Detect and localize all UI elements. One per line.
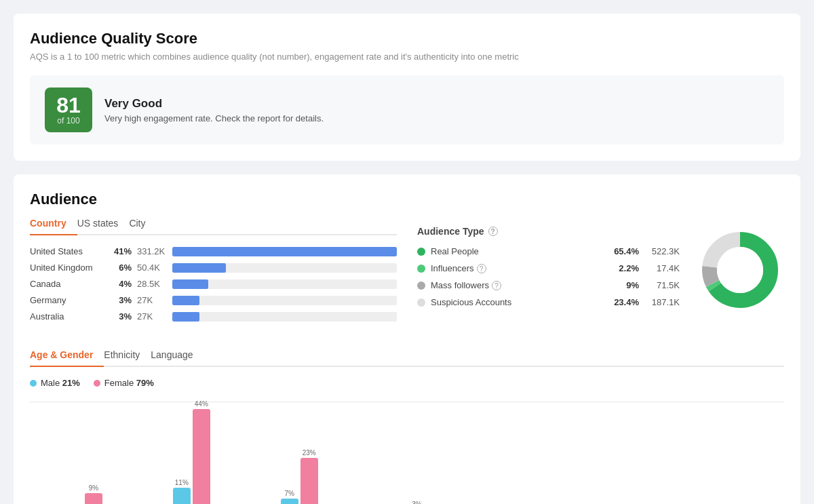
country-pct: 4% bbox=[110, 279, 132, 289]
female-bar-pct: 9% bbox=[89, 484, 98, 492]
female-bar bbox=[85, 493, 102, 504]
legend-dot bbox=[417, 265, 425, 273]
country-bar-fill bbox=[172, 279, 208, 289]
score-number: 81 bbox=[54, 94, 83, 116]
age-group-col: 0.03% 0.05% 55–64 bbox=[568, 409, 676, 504]
female-dot bbox=[94, 380, 100, 387]
tab-age-gender[interactable]: Age & Gender bbox=[30, 344, 104, 367]
male-bar-wrap: 11% bbox=[173, 479, 191, 504]
age-group-col: 2% 9% 13–17 bbox=[30, 409, 138, 504]
country-name: Germany bbox=[30, 295, 104, 305]
country-bar-wrap bbox=[172, 247, 397, 256]
legend-count: 17.4K bbox=[644, 263, 680, 273]
country-pct: 6% bbox=[110, 263, 132, 273]
age-tab-bar: Age & Gender Ethnicity Language bbox=[30, 344, 784, 367]
country-pct: 3% bbox=[110, 311, 132, 322]
age-group-col: 0.3% 0.46% 45–54 bbox=[461, 409, 568, 504]
female-label: Female 79% bbox=[104, 378, 154, 388]
male-label: Male 21% bbox=[41, 378, 80, 388]
svg-point-4 bbox=[717, 247, 763, 293]
aqs-title: Audience Quality Score bbox=[30, 30, 784, 47]
legend-pct: 9% bbox=[610, 280, 639, 290]
country-bar-fill bbox=[172, 263, 226, 273]
score-of: of 100 bbox=[54, 116, 83, 125]
legend-row: Influencers? 2.2% 17.4K bbox=[417, 263, 680, 273]
male-legend: Male 21% bbox=[30, 378, 80, 388]
female-bar bbox=[193, 409, 210, 504]
country-val: 331.2K bbox=[137, 246, 167, 256]
country-name: Canada bbox=[30, 279, 104, 289]
tab-country[interactable]: Country bbox=[30, 212, 77, 235]
legend-row: Real People 65.4% 522.3K bbox=[417, 246, 680, 256]
donut-chart bbox=[696, 226, 784, 314]
legend-row: Suspicious Accounts 23.4% 187.1K bbox=[417, 297, 680, 307]
country-bar-wrap bbox=[172, 263, 397, 273]
age-group-col: 11% 44% 18–24 bbox=[138, 409, 246, 504]
aqs-subtitle: AQS is a 1 to 100 metric which combines … bbox=[30, 52, 784, 62]
country-row: United States 41% 331.2K bbox=[30, 246, 397, 256]
audience-type-block: Audience Type ? Real People 65.4% 522.3K… bbox=[417, 212, 784, 328]
female-legend: Female 79% bbox=[94, 378, 154, 388]
tab-city[interactable]: City bbox=[129, 212, 156, 235]
legend-pct: 23.4% bbox=[610, 297, 639, 307]
age-bars-row: 0.3% 0.46% bbox=[495, 409, 534, 504]
age-bars-row: 0.03% 0% bbox=[711, 409, 750, 504]
country-row: Australia 3% 27K bbox=[30, 311, 397, 322]
legend-count: 71.5K bbox=[644, 280, 680, 290]
legend-name: Mass followers? bbox=[431, 280, 605, 290]
female-bar-wrap: 3% bbox=[408, 501, 426, 504]
female-bar-pct: 3% bbox=[412, 501, 421, 504]
country-val: 27K bbox=[137, 295, 167, 305]
legend-row: Mass followers? 9% 71.5K bbox=[417, 280, 680, 290]
country-pct: 3% bbox=[110, 295, 132, 305]
country-tab-bar: Country US states City bbox=[30, 212, 397, 235]
female-bar bbox=[301, 458, 318, 504]
gender-legend: Male 21% Female 79% bbox=[30, 378, 784, 388]
male-bar-pct: 7% bbox=[284, 490, 294, 497]
country-row: Germany 3% 27K bbox=[30, 295, 397, 305]
country-bar-wrap bbox=[172, 312, 397, 322]
tab-ethnicity[interactable]: Ethnicity bbox=[104, 344, 151, 367]
age-bars-row: 1% 3% bbox=[389, 409, 426, 504]
male-bar bbox=[281, 499, 298, 504]
legend-name: Real People bbox=[431, 246, 605, 256]
country-bar-fill bbox=[172, 312, 199, 322]
country-list: United States 41% 331.2K United Kingdom … bbox=[30, 246, 397, 322]
legend-help-icon[interactable]: ? bbox=[477, 264, 486, 273]
age-group-col: 7% 23% 25–34 bbox=[246, 409, 353, 504]
tab-us-states[interactable]: US states bbox=[77, 212, 130, 235]
tab-language[interactable]: Language bbox=[151, 344, 204, 367]
score-block: 81 of 100 Very Good Very high engagement… bbox=[30, 75, 784, 144]
age-bars-row: 11% 44% bbox=[173, 409, 210, 504]
legend-pct: 65.4% bbox=[610, 246, 639, 256]
score-badge: 81 of 100 bbox=[45, 88, 92, 132]
male-bar-pct: 11% bbox=[175, 479, 189, 486]
country-val: 27K bbox=[137, 311, 167, 322]
female-bar-pct: 44% bbox=[195, 400, 208, 408]
legend-count: 187.1K bbox=[644, 297, 680, 307]
country-val: 50.4K bbox=[137, 263, 167, 273]
legend-pct: 2.2% bbox=[610, 263, 639, 273]
age-bars-row: 2% 9% bbox=[65, 409, 102, 504]
country-row: Canada 4% 28.5K bbox=[30, 279, 397, 289]
age-group-col: 1% 3% 35–44 bbox=[353, 409, 461, 504]
male-bar-wrap: 7% bbox=[281, 490, 298, 504]
age-group-col: 0.03% 0% 65+ bbox=[676, 409, 784, 504]
male-bar bbox=[173, 488, 191, 504]
country-name: United Kingdom bbox=[30, 263, 104, 273]
male-dot bbox=[30, 380, 37, 387]
audience-type-help-icon[interactable]: ? bbox=[488, 227, 498, 236]
legend-dot bbox=[417, 248, 425, 256]
age-bars-row: 0.03% 0.05% bbox=[602, 409, 643, 504]
country-row: United Kingdom 6% 50.4K bbox=[30, 263, 397, 273]
female-bar-pct: 23% bbox=[303, 449, 316, 457]
legend-help-icon[interactable]: ? bbox=[492, 281, 501, 290]
legend-name: Suspicious Accounts bbox=[431, 297, 605, 307]
country-val: 28.5K bbox=[137, 279, 167, 289]
legend-dot bbox=[417, 298, 425, 307]
score-label: Very Good bbox=[104, 97, 324, 111]
age-chart: 2% 9% 13–17 11% 44% 18–24 7% 23% 25–34 1… bbox=[30, 402, 784, 504]
audience-title: Audience bbox=[30, 191, 784, 208]
legend-name: Influencers? bbox=[431, 263, 605, 273]
audience-type-title: Audience Type ? bbox=[417, 226, 680, 237]
